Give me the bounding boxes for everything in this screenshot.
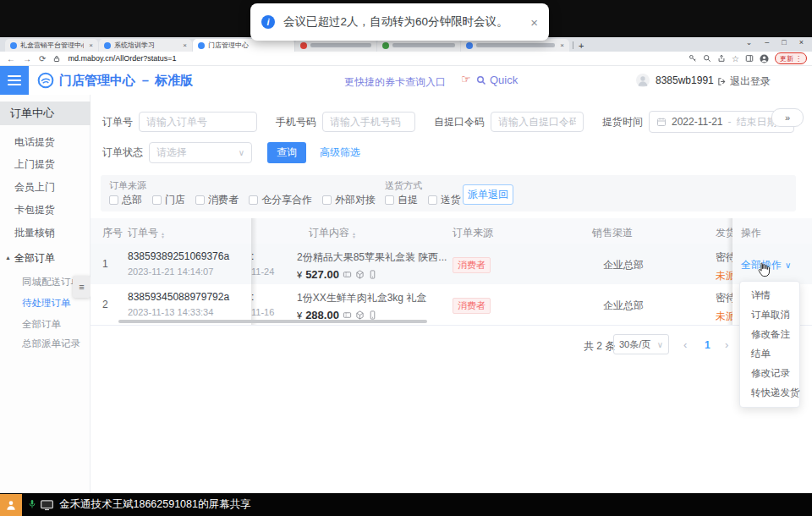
checkbox-external[interactable]: 外部对接 xyxy=(322,193,376,207)
promo-link[interactable]: 更快捷的券卡查询入口 xyxy=(344,75,446,90)
sidebar-group-all-orders[interactable]: ▲ 全部订单 xyxy=(0,248,91,268)
window-maximize-icon[interactable]: □ xyxy=(782,38,786,47)
window-close-icon[interactable]: × xyxy=(799,38,804,47)
cell-order-no: 83859389251069376a 2023-11-21 14:14:07 xyxy=(128,250,229,277)
browser-update-button[interactable]: 更新 ⋮ xyxy=(775,52,807,64)
pointing-finger-icon: ☞ xyxy=(461,73,471,85)
sidebar-item-card-pickup[interactable]: 卡包提货 xyxy=(0,200,91,220)
sort-icon[interactable]: ▲▼ xyxy=(352,232,356,239)
col-header-channel: 销售渠道 xyxy=(592,226,633,240)
cell-clipped-date: : 11-24 xyxy=(251,250,287,277)
tab-close-icon[interactable]: × xyxy=(560,41,564,49)
logout-button[interactable]: 退出登录 xyxy=(717,74,771,89)
checkbox-warehouse-share[interactable]: 仓分享合作 xyxy=(249,193,312,207)
coupon-icon xyxy=(343,310,352,320)
sidebar-item-door-pickup[interactable]: 上门提货 xyxy=(0,154,91,174)
cell-order-no: 83859345088979792a 2023-11-13 14:33:34 xyxy=(128,291,229,317)
logout-label: 退出登录 xyxy=(730,74,771,89)
checkbox-icon xyxy=(152,195,162,205)
logout-icon xyxy=(717,77,727,86)
browser-tab-obscured-2[interactable] xyxy=(377,39,460,52)
bookmark-star-icon[interactable]: ☆ xyxy=(732,54,739,63)
sidebar-item-member-visit[interactable]: 会员上门 xyxy=(0,177,91,197)
checkbox-store[interactable]: 门店 xyxy=(152,193,185,207)
reload-icon[interactable]: ⟳ xyxy=(39,54,46,63)
checkbox-delivery[interactable]: 送货 xyxy=(428,193,461,207)
quick-label: Quick xyxy=(490,74,518,86)
window-minimize-icon[interactable]: – xyxy=(765,38,769,47)
side-panel-icon[interactable] xyxy=(745,54,754,63)
checkbox-consumer[interactable]: 消费者 xyxy=(195,193,239,207)
menu-item-close-order[interactable]: 结单 xyxy=(740,344,799,364)
cell-index: 1 xyxy=(102,258,108,270)
search-button[interactable]: 查询 xyxy=(267,142,306,163)
browser-tab-obscured-1[interactable] xyxy=(295,39,376,52)
magnifier-icon xyxy=(476,75,486,85)
col-header-content[interactable]: 订单内容▲▼ xyxy=(309,226,356,240)
screen: 礼盒营销平台管理中心 × 系统培训学习 × 门店管理中心 × + ⌄ – xyxy=(0,0,812,516)
col-header-order[interactable]: 订单号▲▼ xyxy=(128,226,165,240)
sidebar-sub-all-orders[interactable]: 全部订单 xyxy=(0,314,91,334)
order-no-input[interactable] xyxy=(139,112,257,132)
new-tab-button[interactable]: + xyxy=(579,41,584,51)
menu-icon: ≡ xyxy=(79,282,84,292)
screen-share-icon xyxy=(41,500,53,511)
table-row[interactable]: 1 83859389251069376a 2023-11-21 14:14:07… xyxy=(91,244,812,285)
sidebar-item-batch-verify[interactable]: 批量核销 xyxy=(0,222,91,243)
page-size-select[interactable]: 30条/页 ∨ xyxy=(613,334,669,354)
menu-item-edit-history[interactable]: 修改记录 xyxy=(740,364,799,383)
next-page-button[interactable]: › xyxy=(725,338,728,351)
quick-search-link[interactable]: Quick xyxy=(476,74,518,86)
menu-item-edit-remark[interactable]: 修改备注 xyxy=(740,325,799,344)
all-actions-dropdown-trigger[interactable]: 全部操作 ∨ xyxy=(741,258,791,272)
toast-close-icon[interactable]: × xyxy=(530,15,538,30)
cell-channel: 企业总部 xyxy=(573,299,674,313)
window-menu-icon[interactable]: ⌄ xyxy=(746,38,753,47)
url-text[interactable]: md.maboy.cn/AllOrder?status=1 xyxy=(68,54,176,63)
zoom-icon[interactable] xyxy=(703,54,711,63)
order-source-label: 订单来源 xyxy=(109,179,146,192)
browser-tab-2[interactable]: 系统培训学习 × xyxy=(99,39,192,52)
forward-icon[interactable]: → xyxy=(23,54,31,63)
menu-item-details[interactable]: 详情 xyxy=(740,286,799,305)
current-page[interactable]: 1 xyxy=(705,339,710,351)
checkbox-hq[interactable]: 总部 xyxy=(109,193,142,207)
browser-tab-obscured-3[interactable]: × xyxy=(461,39,569,52)
sidebar-collapse-handle[interactable]: ≡ xyxy=(73,276,91,298)
tab-close-icon[interactable]: × xyxy=(183,41,187,49)
sort-icon[interactable]: ▲▼ xyxy=(161,232,165,239)
hamburger-menu-button[interactable] xyxy=(0,66,29,95)
advanced-filter-link[interactable]: 高级筛选 xyxy=(320,145,360,160)
back-icon[interactable]: ← xyxy=(7,54,15,63)
calendar-icon xyxy=(656,117,667,127)
collapse-filter-button[interactable]: » xyxy=(771,108,804,127)
tab-divider xyxy=(573,41,573,49)
sidebar-sub-hq-dispatch-log[interactable]: 总部派单记录 xyxy=(0,333,91,354)
pickup-code-input[interactable] xyxy=(491,112,584,132)
profile-avatar-icon[interactable] xyxy=(760,54,769,63)
prev-page-button[interactable]: ‹ xyxy=(683,338,687,351)
dispatch-return-button[interactable]: 派单退回 xyxy=(463,184,513,205)
group-expand-icon: ▲ xyxy=(5,248,11,268)
checkbox-icon xyxy=(428,195,437,205)
browser-tab-1[interactable]: 礼盒营销平台管理中心 × xyxy=(5,39,98,52)
menu-item-switch-express[interactable]: 转快递发货 xyxy=(740,383,799,403)
checkbox-self-pickup[interactable]: 自提 xyxy=(385,193,418,207)
key-icon[interactable] xyxy=(689,54,697,63)
obscured-tab-title xyxy=(392,43,455,47)
app-title-separator: － xyxy=(139,73,151,87)
share-icon[interactable] xyxy=(717,54,726,63)
filter-row-2: 订单状态 请选择 ∨ 查询 高级筛选 xyxy=(102,142,360,163)
menu-item-cancel-order[interactable]: 订单取消 xyxy=(740,305,799,325)
chevron-down-icon: ∨ xyxy=(785,261,791,270)
phone-input[interactable] xyxy=(322,112,415,132)
cell-channel: 企业总部 xyxy=(573,258,674,272)
package-icon xyxy=(355,270,365,279)
browser-tab-active[interactable]: 门店管理中心 xyxy=(193,39,294,52)
sidebar-item-phone-pickup[interactable]: 电话提货 xyxy=(0,132,91,152)
horizontal-scrollbar[interactable] xyxy=(118,320,427,323)
app-logo-icon xyxy=(37,72,54,89)
toast-message: 会议已超过2人，自动转为60分钟限时会议。 xyxy=(283,14,525,30)
tab-close-icon[interactable]: × xyxy=(89,41,93,49)
order-status-select[interactable]: 请选择 ∨ xyxy=(149,142,252,163)
